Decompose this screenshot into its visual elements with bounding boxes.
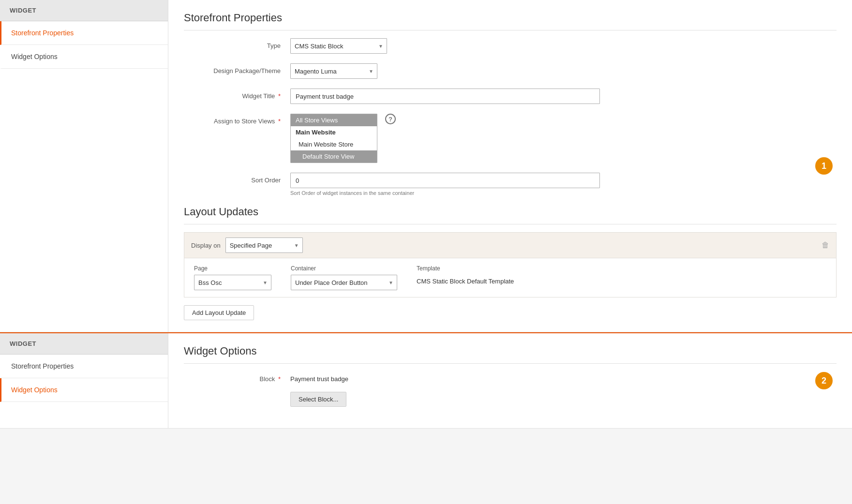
sidebar-header-1: WIDGET [0,0,168,21]
sort-order-input[interactable] [290,173,600,188]
block-label: Block * [184,371,290,383]
page-wrapper: WIDGET Storefront Properties Widget Opti… [0,0,852,429]
sidebar-item-widget-options-2[interactable]: Widget Options [0,378,168,402]
sidebar-header-2: WIDGET [0,333,168,355]
layout-updates-title: Layout Updates [184,206,837,224]
layout-updates-section: Layout Updates Display on Specified Page… [184,206,837,320]
main-content-1: Storefront Properties Type CMS Static Bl… [168,0,852,332]
design-package-control: Magento Luma [290,63,837,79]
page-select-wrapper: Bss Osc [194,275,271,290]
store-view-all[interactable]: All Store Views [291,114,377,126]
store-view-main-website-store[interactable]: Main Website Store [291,138,377,150]
widget-title-label: Widget Title * [184,89,290,100]
template-label: Template [417,265,514,272]
store-views-help-icon[interactable]: ? [385,114,396,124]
page-field: Page Bss Osc [194,265,271,290]
select-block-button[interactable]: Select Block... [290,392,346,407]
page-label: Page [194,265,271,272]
sort-order-label: Sort Order [184,173,290,184]
section-title-1: Storefront Properties [184,12,837,30]
type-row: Type CMS Static Block [184,38,837,54]
template-value: CMS Static Block Default Template [417,275,514,285]
layout-row-header: Display on Specified Page 🗑 [184,233,836,258]
block-value: Payment trust badge [290,375,348,383]
display-on-select-wrapper: Specified Page [225,237,303,253]
store-views-control: All Store Views Main Website Main Websit… [290,114,837,163]
sort-order-row: Sort Order Sort Order of widget instance… [184,173,837,196]
design-package-select-wrapper: Magento Luma [290,63,377,79]
design-package-row: Design Package/Theme Magento Luma [184,63,837,79]
widget-title-input[interactable] [290,89,600,104]
block-required: * [278,375,281,383]
sidebar-1: WIDGET Storefront Properties Widget Opti… [0,0,168,332]
type-control: CMS Static Block [290,38,837,54]
layout-row-body: Page Bss Osc Container Under [184,258,836,297]
store-views-required: * [278,118,281,125]
design-package-select[interactable]: Magento Luma [290,63,377,79]
block-row: Block * Payment trust badge Select Block… [184,371,837,407]
widget-title-row: Widget Title * [184,89,837,104]
store-view-main-website[interactable]: Main Website [291,126,377,138]
sort-order-hint: Sort Order of widget instances in the sa… [290,190,837,196]
store-view-default[interactable]: Default Store View [291,150,377,163]
widget-title-control [290,89,837,104]
badge-1: 1 [815,157,833,175]
template-field: Template CMS Static Block Default Templa… [417,265,514,285]
add-layout-update-button[interactable]: Add Layout Update [184,305,254,320]
panel-2: WIDGET Storefront Properties Widget Opti… [0,333,852,429]
layout-row: Display on Specified Page 🗑 Page [184,232,837,297]
container-select[interactable]: Under Place Order Button [291,275,397,290]
layout-row-delete-icon[interactable]: 🗑 [822,241,829,250]
block-control: Payment trust badge Select Block... [290,371,837,407]
sort-order-control: Sort Order of widget instances in the sa… [290,173,837,196]
main-content-2: Widget Options Block * Payment trust bad… [168,333,852,428]
type-label: Type [184,38,290,49]
container-label: Container [291,265,397,272]
display-on-label: Display on [191,242,221,249]
type-select-wrapper: CMS Static Block [290,38,387,54]
sidebar-item-storefront-properties-1[interactable]: Storefront Properties [0,21,168,45]
widget-title-required: * [278,92,281,100]
section-title-2: Widget Options [184,345,837,364]
page-select[interactable]: Bss Osc [194,275,271,290]
display-on-select[interactable]: Specified Page [225,237,303,253]
select-block-wrapper: Select Block... [290,387,837,407]
type-select[interactable]: CMS Static Block [290,38,387,54]
container-field: Container Under Place Order Button [291,265,397,290]
container-select-wrapper: Under Place Order Button [291,275,397,290]
store-views-label: Assign to Store Views * [184,114,290,125]
panel-1: WIDGET Storefront Properties Widget Opti… [0,0,852,332]
store-views-listbox[interactable]: All Store Views Main Website Main Websit… [290,114,377,163]
sidebar-2: WIDGET Storefront Properties Widget Opti… [0,333,168,428]
sidebar-item-storefront-properties-2[interactable]: Storefront Properties [0,355,168,378]
badge-2: 2 [815,372,833,389]
sidebar-item-widget-options-1[interactable]: Widget Options [0,45,168,69]
design-package-label: Design Package/Theme [184,63,290,74]
store-views-row: Assign to Store Views * All Store Views … [184,114,837,163]
